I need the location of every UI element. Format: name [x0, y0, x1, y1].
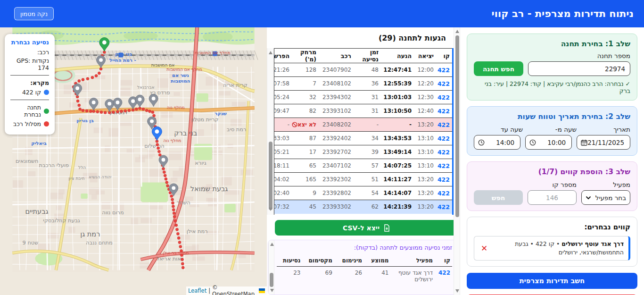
arrival-row[interactable]: 42213:1013:43:5334233924028733:03	[274, 132, 452, 145]
date-input[interactable]: 21/11/2025	[577, 135, 630, 150]
column-header[interactable]: יציאה	[414, 49, 436, 63]
control-panel: שלב 1: בחירת תחנה מספר תחנה חפש תחנה ✓ נ…	[460, 27, 644, 295]
route-point	[96, 110, 99, 113]
arrival-cell: 23392302	[319, 173, 354, 186]
route-point	[173, 215, 176, 218]
scrollbar-thumb[interactable]	[455, 35, 459, 217]
line-number-input[interactable]	[528, 190, 577, 205]
clear-cache-button[interactable]: נקה מטמון	[14, 7, 54, 20]
arrival-cell: 51	[354, 173, 381, 186]
arrival-row[interactable]: 42212:3013:01:0331233943023205:24	[274, 91, 452, 104]
column-header[interactable]: קו	[436, 49, 452, 63]
search-line-button[interactable]: חפש	[474, 190, 523, 205]
column-header[interactable]: מרחק (מ')	[292, 49, 319, 63]
route-point	[153, 114, 156, 117]
map-label: נאות אריאל	[157, 255, 183, 262]
line-number-link[interactable]: 422	[436, 200, 452, 214]
map-label: בן גוריון	[76, 118, 94, 123]
scrollbar-thumb[interactable]	[269, 142, 272, 210]
map-label: מתחם ננבה	[86, 239, 113, 246]
legend-item: מסלול רכב	[10, 120, 49, 127]
scroll-down-icon[interactable]	[455, 289, 459, 293]
scroll-up-icon[interactable]	[455, 30, 459, 33]
station-selected-text: ✓ נבחרה: הרב כהנמן/רבי עקיבא | קוד: 2297…	[474, 80, 630, 94]
scroll-down-icon[interactable]	[269, 208, 272, 211]
line-number-link[interactable]: 422	[436, 104, 452, 118]
panel-scrollbar[interactable]	[454, 27, 460, 295]
route-point	[172, 208, 175, 211]
leaflet-link[interactable]: Leaflet	[188, 287, 206, 294]
route-point	[182, 266, 184, 269]
export-csv-button[interactable]: ייצא ל-CSV	[275, 220, 458, 236]
arrival-cell: 54	[354, 186, 381, 200]
operator-select[interactable]: בחר מפעיל	[581, 190, 630, 205]
scroll-down-icon[interactable]	[270, 289, 274, 292]
map-label: גשר אם	[172, 73, 189, 78]
arrival-row[interactable]: 42212:2012:55:393623408102707:58	[274, 77, 452, 91]
remove-line-button[interactable]: ✕	[479, 243, 489, 254]
time-from-input[interactable]: 10:00	[525, 135, 572, 150]
arrival-row[interactable]: 42212:4013:10:5031233931028209:47	[274, 104, 452, 118]
column-header[interactable]: הפרש	[274, 49, 292, 63]
arrival-row[interactable]: 42213:1014:07:2557234071026518:11	[274, 159, 452, 173]
arrival-row[interactable]: 42213:20--23408202לא יצא-	[274, 118, 452, 132]
scroll-up-icon[interactable]	[270, 243, 274, 246]
osm-link[interactable]: © OpenStreetMap	[212, 284, 257, 295]
arrival-row[interactable]: 42213:1013:49:1439233927021705:21	[274, 145, 452, 159]
line-number-link[interactable]: 422	[436, 63, 452, 77]
line-number-link[interactable]: 422	[435, 266, 452, 283]
route-point	[145, 109, 148, 112]
arrivals-table: קויציאההגעהזמן נסיעהרכבמרחק (מ')הפרש 422…	[274, 48, 454, 215]
operator-label: מפעיל	[581, 181, 630, 188]
line-number-link[interactable]: 422	[436, 91, 452, 104]
arrival-cell: 57	[354, 159, 381, 173]
arrival-row[interactable]: 42213:2014:14:075423392802902:40	[274, 186, 452, 200]
map[interactable]: בני ברק- רמת החיילגשר אםהמושבותבן גוריון…	[0, 27, 267, 295]
arrival-row[interactable]: 42213:2014:11:27512339230216504:02	[274, 173, 452, 186]
station-number-input[interactable]	[528, 61, 630, 76]
arrival-cell: 21:26	[274, 63, 292, 77]
column-header[interactable]: רכב	[319, 49, 354, 63]
scrollbar-thumb[interactable]	[270, 273, 273, 287]
route-point	[181, 258, 183, 261]
arrival-row[interactable]: 42212:0012:47:41482340790212821:26	[274, 63, 452, 77]
line-number-link[interactable]: 422	[436, 145, 452, 159]
arrival-cell: 18:11	[274, 159, 292, 173]
map-legend: נסיעה נבחרת רכב: נקודות GPS: 174 מקרא: ק…	[5, 34, 55, 135]
line-number-link[interactable]: 422	[436, 77, 452, 91]
arrival-cell: לא יצא	[292, 118, 319, 132]
arrival-cell: 23393102	[319, 104, 354, 118]
arrival-row[interactable]: 42213:2014:21:3962233933024507:32	[274, 200, 452, 214]
scroll-up-icon[interactable]	[269, 51, 272, 54]
travel-times-scrollbar[interactable]	[268, 240, 274, 295]
line-number-link[interactable]: 422	[436, 132, 452, 145]
line-number-link[interactable]: 422	[436, 118, 452, 132]
route-point	[171, 202, 174, 204]
search-station-button[interactable]: חפש תחנה	[474, 61, 523, 76]
line-number-link[interactable]: 422	[436, 173, 452, 186]
column-header[interactable]: זמן נסיעה	[354, 49, 381, 63]
operator-select-value: בחר מפעיל	[595, 194, 626, 202]
arrival-cell: 23393302	[319, 200, 354, 214]
not-departed-label: לא יצא	[297, 121, 316, 128]
route-point	[100, 111, 103, 114]
route-point	[124, 110, 127, 112]
arrival-cell: 05:21	[274, 145, 292, 159]
arrival-cell: -	[274, 118, 292, 132]
line-number-link[interactable]: 422	[436, 159, 452, 173]
arrivals-scrollbar[interactable]	[267, 48, 274, 215]
travel-time-cell: 69	[302, 266, 334, 283]
arrival-cell: 04:02	[274, 173, 292, 186]
calculate-frequency-button[interactable]: חשב תדירות מצרפית	[467, 273, 637, 289]
route-point	[91, 76, 94, 79]
route-point	[166, 185, 169, 187]
time-to-input[interactable]: 14:00	[474, 135, 520, 150]
time-from-label: שעה מ-	[528, 126, 577, 133]
arrival-cell: 128	[292, 63, 319, 77]
map-label: קריית מטלון	[191, 116, 218, 123]
column-header[interactable]: הגעה	[381, 49, 414, 63]
line-number-link[interactable]: 422	[436, 186, 452, 200]
map-label: פועלי הרכבת	[39, 162, 69, 169]
route-point	[104, 111, 107, 114]
no-entry-icon	[292, 122, 297, 127]
